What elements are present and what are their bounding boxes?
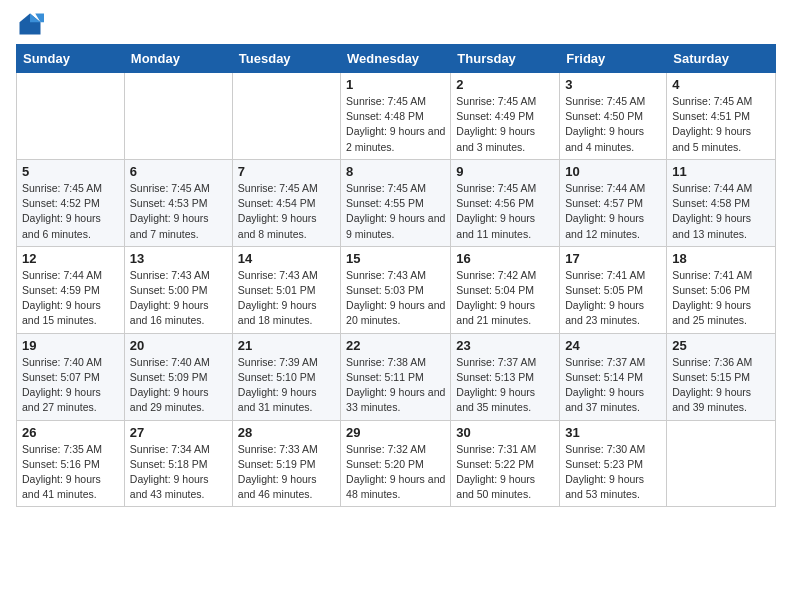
day-number: 17 (565, 251, 661, 266)
day-info: Sunrise: 7:35 AMSunset: 5:16 PMDaylight:… (22, 442, 119, 503)
day-number: 2 (456, 77, 554, 92)
day-number: 15 (346, 251, 445, 266)
day-cell: 14Sunrise: 7:43 AMSunset: 5:01 PMDayligh… (232, 246, 340, 333)
day-cell: 25Sunrise: 7:36 AMSunset: 5:15 PMDayligh… (667, 333, 776, 420)
day-cell: 7Sunrise: 7:45 AMSunset: 4:54 PMDaylight… (232, 159, 340, 246)
day-number: 12 (22, 251, 119, 266)
day-info: Sunrise: 7:44 AMSunset: 4:58 PMDaylight:… (672, 181, 770, 242)
day-number: 10 (565, 164, 661, 179)
day-info: Sunrise: 7:32 AMSunset: 5:20 PMDaylight:… (346, 442, 445, 503)
day-info: Sunrise: 7:40 AMSunset: 5:09 PMDaylight:… (130, 355, 227, 416)
weekday-header-thursday: Thursday (451, 45, 560, 73)
day-info: Sunrise: 7:37 AMSunset: 5:13 PMDaylight:… (456, 355, 554, 416)
day-number: 9 (456, 164, 554, 179)
calendar: SundayMondayTuesdayWednesdayThursdayFrid… (16, 44, 776, 507)
logo (16, 10, 48, 38)
day-cell: 1Sunrise: 7:45 AMSunset: 4:48 PMDaylight… (341, 73, 451, 160)
day-cell: 4Sunrise: 7:45 AMSunset: 4:51 PMDaylight… (667, 73, 776, 160)
weekday-header-tuesday: Tuesday (232, 45, 340, 73)
logo-icon (16, 10, 44, 38)
day-number: 27 (130, 425, 227, 440)
day-info: Sunrise: 7:36 AMSunset: 5:15 PMDaylight:… (672, 355, 770, 416)
day-number: 25 (672, 338, 770, 353)
day-cell: 19Sunrise: 7:40 AMSunset: 5:07 PMDayligh… (17, 333, 125, 420)
day-number: 13 (130, 251, 227, 266)
day-cell: 6Sunrise: 7:45 AMSunset: 4:53 PMDaylight… (124, 159, 232, 246)
day-cell: 16Sunrise: 7:42 AMSunset: 5:04 PMDayligh… (451, 246, 560, 333)
day-info: Sunrise: 7:45 AMSunset: 4:51 PMDaylight:… (672, 94, 770, 155)
day-cell: 24Sunrise: 7:37 AMSunset: 5:14 PMDayligh… (560, 333, 667, 420)
day-info: Sunrise: 7:30 AMSunset: 5:23 PMDaylight:… (565, 442, 661, 503)
day-cell: 9Sunrise: 7:45 AMSunset: 4:56 PMDaylight… (451, 159, 560, 246)
day-cell: 23Sunrise: 7:37 AMSunset: 5:13 PMDayligh… (451, 333, 560, 420)
day-number: 6 (130, 164, 227, 179)
day-info: Sunrise: 7:37 AMSunset: 5:14 PMDaylight:… (565, 355, 661, 416)
day-cell: 20Sunrise: 7:40 AMSunset: 5:09 PMDayligh… (124, 333, 232, 420)
week-row-5: 26Sunrise: 7:35 AMSunset: 5:16 PMDayligh… (17, 420, 776, 507)
week-row-4: 19Sunrise: 7:40 AMSunset: 5:07 PMDayligh… (17, 333, 776, 420)
day-number: 21 (238, 338, 335, 353)
week-row-3: 12Sunrise: 7:44 AMSunset: 4:59 PMDayligh… (17, 246, 776, 333)
day-info: Sunrise: 7:34 AMSunset: 5:18 PMDaylight:… (130, 442, 227, 503)
day-cell (667, 420, 776, 507)
day-info: Sunrise: 7:38 AMSunset: 5:11 PMDaylight:… (346, 355, 445, 416)
day-info: Sunrise: 7:40 AMSunset: 5:07 PMDaylight:… (22, 355, 119, 416)
day-cell: 17Sunrise: 7:41 AMSunset: 5:05 PMDayligh… (560, 246, 667, 333)
weekday-header-monday: Monday (124, 45, 232, 73)
week-row-1: 1Sunrise: 7:45 AMSunset: 4:48 PMDaylight… (17, 73, 776, 160)
day-info: Sunrise: 7:44 AMSunset: 4:57 PMDaylight:… (565, 181, 661, 242)
day-cell: 29Sunrise: 7:32 AMSunset: 5:20 PMDayligh… (341, 420, 451, 507)
day-info: Sunrise: 7:45 AMSunset: 4:48 PMDaylight:… (346, 94, 445, 155)
weekday-header-sunday: Sunday (17, 45, 125, 73)
day-number: 30 (456, 425, 554, 440)
day-number: 7 (238, 164, 335, 179)
day-info: Sunrise: 7:31 AMSunset: 5:22 PMDaylight:… (456, 442, 554, 503)
day-cell: 27Sunrise: 7:34 AMSunset: 5:18 PMDayligh… (124, 420, 232, 507)
day-cell: 30Sunrise: 7:31 AMSunset: 5:22 PMDayligh… (451, 420, 560, 507)
weekday-header-saturday: Saturday (667, 45, 776, 73)
week-row-2: 5Sunrise: 7:45 AMSunset: 4:52 PMDaylight… (17, 159, 776, 246)
weekday-header-wednesday: Wednesday (341, 45, 451, 73)
day-info: Sunrise: 7:44 AMSunset: 4:59 PMDaylight:… (22, 268, 119, 329)
day-number: 5 (22, 164, 119, 179)
day-cell (17, 73, 125, 160)
weekday-header-row: SundayMondayTuesdayWednesdayThursdayFrid… (17, 45, 776, 73)
day-cell: 5Sunrise: 7:45 AMSunset: 4:52 PMDaylight… (17, 159, 125, 246)
day-number: 8 (346, 164, 445, 179)
day-cell: 22Sunrise: 7:38 AMSunset: 5:11 PMDayligh… (341, 333, 451, 420)
day-info: Sunrise: 7:45 AMSunset: 4:49 PMDaylight:… (456, 94, 554, 155)
day-cell: 11Sunrise: 7:44 AMSunset: 4:58 PMDayligh… (667, 159, 776, 246)
day-cell: 21Sunrise: 7:39 AMSunset: 5:10 PMDayligh… (232, 333, 340, 420)
weekday-header-friday: Friday (560, 45, 667, 73)
day-info: Sunrise: 7:41 AMSunset: 5:06 PMDaylight:… (672, 268, 770, 329)
day-number: 22 (346, 338, 445, 353)
day-number: 23 (456, 338, 554, 353)
day-info: Sunrise: 7:45 AMSunset: 4:55 PMDaylight:… (346, 181, 445, 242)
day-info: Sunrise: 7:43 AMSunset: 5:01 PMDaylight:… (238, 268, 335, 329)
day-cell: 2Sunrise: 7:45 AMSunset: 4:49 PMDaylight… (451, 73, 560, 160)
day-number: 4 (672, 77, 770, 92)
day-cell: 28Sunrise: 7:33 AMSunset: 5:19 PMDayligh… (232, 420, 340, 507)
day-number: 19 (22, 338, 119, 353)
day-number: 16 (456, 251, 554, 266)
day-cell (232, 73, 340, 160)
day-cell: 26Sunrise: 7:35 AMSunset: 5:16 PMDayligh… (17, 420, 125, 507)
day-cell: 3Sunrise: 7:45 AMSunset: 4:50 PMDaylight… (560, 73, 667, 160)
day-number: 20 (130, 338, 227, 353)
day-info: Sunrise: 7:42 AMSunset: 5:04 PMDaylight:… (456, 268, 554, 329)
day-cell: 13Sunrise: 7:43 AMSunset: 5:00 PMDayligh… (124, 246, 232, 333)
page: SundayMondayTuesdayWednesdayThursdayFrid… (0, 0, 792, 523)
day-cell: 10Sunrise: 7:44 AMSunset: 4:57 PMDayligh… (560, 159, 667, 246)
day-cell: 8Sunrise: 7:45 AMSunset: 4:55 PMDaylight… (341, 159, 451, 246)
day-cell: 31Sunrise: 7:30 AMSunset: 5:23 PMDayligh… (560, 420, 667, 507)
day-info: Sunrise: 7:43 AMSunset: 5:00 PMDaylight:… (130, 268, 227, 329)
day-number: 31 (565, 425, 661, 440)
day-cell: 15Sunrise: 7:43 AMSunset: 5:03 PMDayligh… (341, 246, 451, 333)
day-cell: 18Sunrise: 7:41 AMSunset: 5:06 PMDayligh… (667, 246, 776, 333)
day-number: 14 (238, 251, 335, 266)
day-info: Sunrise: 7:45 AMSunset: 4:53 PMDaylight:… (130, 181, 227, 242)
day-number: 28 (238, 425, 335, 440)
day-info: Sunrise: 7:33 AMSunset: 5:19 PMDaylight:… (238, 442, 335, 503)
day-number: 26 (22, 425, 119, 440)
day-number: 29 (346, 425, 445, 440)
